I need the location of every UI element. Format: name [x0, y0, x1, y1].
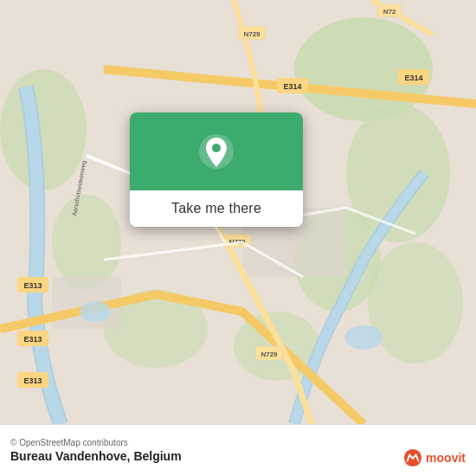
svg-text:N729: N729	[243, 30, 261, 38]
popup-green-area	[130, 113, 303, 190]
take-me-there-button[interactable]: Take me there	[130, 190, 303, 227]
location-name: Bureau Vandenhove, Belgium	[10, 449, 466, 463]
location-pin-icon	[197, 132, 235, 170]
svg-point-33	[212, 144, 221, 152]
svg-text:E314: E314	[404, 74, 422, 82]
moovit-icon	[403, 448, 422, 467]
svg-text:E314: E314	[283, 82, 301, 91]
moovit-logo: moovit	[403, 448, 466, 467]
bottom-bar: © OpenStreetMap contributors Bureau Vand…	[0, 424, 476, 476]
location-name-text: Bureau Vandenhove	[10, 449, 127, 463]
map-container: E314 E314 E313 E313 E313 N729 N729 N729 …	[0, 0, 476, 424]
location-country-text: Belgium	[133, 449, 181, 463]
svg-text:E313: E313	[23, 335, 42, 344]
svg-point-4	[368, 242, 463, 363]
svg-text:E313: E313	[23, 376, 42, 385]
svg-point-31	[80, 301, 111, 322]
popup-card: Take me there	[130, 113, 303, 227]
svg-point-30	[344, 325, 383, 350]
osm-credit: © OpenStreetMap contributors	[10, 438, 466, 447]
svg-text:N729: N729	[261, 351, 278, 358]
svg-text:E313: E313	[23, 281, 42, 290]
svg-text:N72: N72	[383, 8, 396, 16]
moovit-brand-text: moovit	[426, 451, 466, 465]
svg-point-6	[52, 195, 121, 290]
